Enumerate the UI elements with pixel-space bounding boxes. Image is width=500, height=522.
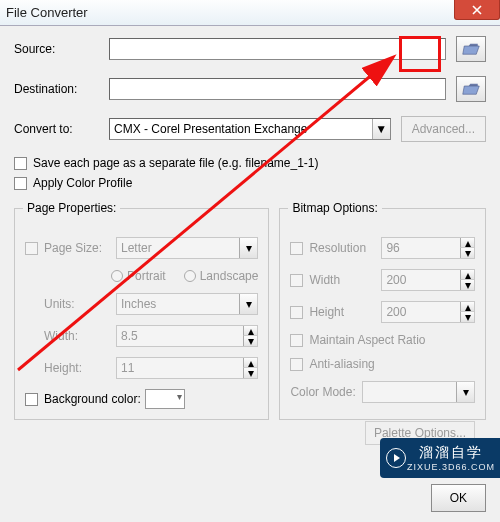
close-icon bbox=[472, 5, 482, 15]
portrait-label: Portrait bbox=[127, 269, 166, 283]
titlebar: File Converter bbox=[0, 0, 500, 26]
watermark-line2: ZIXUE.3D66.COM bbox=[407, 462, 495, 472]
spin-down-icon: ▾ bbox=[460, 312, 474, 322]
checkbox-icon bbox=[290, 242, 303, 255]
save-each-page-label: Save each page as a separate file (e.g. … bbox=[33, 156, 319, 170]
checkbox-icon[interactable] bbox=[25, 393, 38, 406]
width-value bbox=[116, 325, 258, 347]
radio-icon bbox=[111, 270, 123, 282]
convert-to-label: Convert to: bbox=[14, 122, 109, 136]
page-properties-legend: Page Properties: bbox=[23, 201, 120, 215]
chevron-down-icon: ▾ bbox=[456, 382, 474, 402]
spin-down-icon: ▾ bbox=[243, 336, 257, 346]
watermark-badge: 溜溜自学 ZIXUE.3D66.COM bbox=[380, 438, 500, 478]
destination-browse-button[interactable] bbox=[456, 76, 486, 102]
bitmap-height-label: Height bbox=[309, 305, 381, 319]
page-size-label: Page Size: bbox=[44, 241, 116, 255]
units-combo: ▾ bbox=[116, 293, 258, 315]
folder-open-icon bbox=[462, 82, 480, 96]
source-input[interactable] bbox=[109, 38, 446, 60]
chevron-down-icon[interactable]: ▼ bbox=[372, 119, 390, 139]
chevron-down-icon: ▾ bbox=[239, 238, 257, 258]
aspect-ratio-label: Maintain Aspect Ratio bbox=[309, 333, 425, 347]
width-spinner: ▴▾ bbox=[116, 325, 258, 347]
source-browse-button[interactable] bbox=[456, 36, 486, 62]
page-properties-group: Page Properties: Page Size: ▾ Portrait L… bbox=[14, 208, 269, 420]
bitmap-width-label: Width bbox=[309, 273, 381, 287]
height-label: Height: bbox=[44, 361, 116, 375]
height-value bbox=[116, 357, 258, 379]
play-icon bbox=[386, 448, 406, 468]
radio-icon bbox=[184, 270, 196, 282]
ok-button[interactable]: OK bbox=[431, 484, 486, 512]
height-spinner: ▴▾ bbox=[116, 357, 258, 379]
close-button[interactable] bbox=[454, 0, 500, 20]
spin-down-icon: ▾ bbox=[243, 368, 257, 378]
checkbox-icon bbox=[290, 306, 303, 319]
window-title: File Converter bbox=[6, 5, 88, 20]
bitmap-options-group: Bitmap Options: Resolution ▴▾ Width ▴▾ bbox=[279, 208, 486, 420]
checkbox-icon[interactable] bbox=[14, 157, 27, 170]
watermark-line1: 溜溜自学 bbox=[407, 444, 495, 462]
convert-to-combo[interactable]: ▼ bbox=[109, 118, 391, 140]
units-label: Units: bbox=[44, 297, 116, 311]
bgcolor-picker[interactable] bbox=[145, 389, 185, 409]
page-size-combo: ▾ bbox=[116, 237, 258, 259]
checkbox-icon bbox=[290, 274, 303, 287]
checkbox-icon bbox=[290, 358, 303, 371]
bitmap-options-legend: Bitmap Options: bbox=[288, 201, 381, 215]
resolution-label: Resolution bbox=[309, 241, 381, 255]
spin-down-icon: ▾ bbox=[460, 248, 474, 258]
advanced-button: Advanced... bbox=[401, 116, 486, 142]
bgcolor-label: Background color: bbox=[44, 392, 141, 406]
bitmap-height-spinner: ▴▾ bbox=[381, 301, 475, 323]
save-each-page-checkbox-row[interactable]: Save each page as a separate file (e.g. … bbox=[14, 156, 486, 170]
units-value bbox=[116, 293, 258, 315]
checkbox-icon[interactable] bbox=[14, 177, 27, 190]
color-mode-label: Color Mode: bbox=[290, 385, 362, 399]
destination-input[interactable] bbox=[109, 78, 446, 100]
destination-label: Destination: bbox=[14, 82, 109, 96]
convert-to-value[interactable] bbox=[109, 118, 391, 140]
folder-open-icon bbox=[462, 42, 480, 56]
annotation-highlight-box bbox=[399, 36, 441, 72]
checkbox-icon bbox=[25, 242, 38, 255]
page-size-value bbox=[116, 237, 258, 259]
color-mode-combo: ▾ bbox=[362, 381, 475, 403]
apply-color-profile-checkbox-row[interactable]: Apply Color Profile bbox=[14, 176, 486, 190]
bitmap-width-spinner: ▴▾ bbox=[381, 269, 475, 291]
anti-aliasing-label: Anti-aliasing bbox=[309, 357, 374, 371]
landscape-label: Landscape bbox=[200, 269, 259, 283]
checkbox-icon bbox=[290, 334, 303, 347]
spin-down-icon: ▾ bbox=[460, 280, 474, 290]
source-label: Source: bbox=[14, 42, 109, 56]
apply-color-profile-label: Apply Color Profile bbox=[33, 176, 132, 190]
width-label: Width: bbox=[44, 329, 116, 343]
chevron-down-icon: ▾ bbox=[239, 294, 257, 314]
resolution-spinner: ▴▾ bbox=[381, 237, 475, 259]
